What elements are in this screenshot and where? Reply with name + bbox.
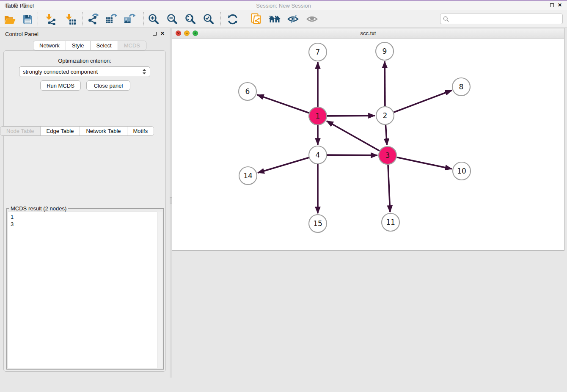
graph-edge-3-10[interactable] (397, 157, 452, 169)
optimization-criterion-label: Optimization criterion: (4, 58, 165, 64)
graph-node-3[interactable]: 3 (379, 146, 396, 164)
optimization-dropdown[interactable]: strongly connected component (19, 66, 150, 77)
svg-text:14: 14 (243, 171, 253, 180)
open-folder-icon[interactable] (3, 13, 16, 25)
graph-edge-4-14[interactable] (258, 157, 309, 173)
export-table-icon[interactable] (105, 13, 118, 25)
graph-edge-3-1[interactable] (327, 121, 380, 151)
graph-edge-4-3[interactable] (327, 155, 377, 155)
hide-details-icon[interactable] (287, 13, 300, 25)
network-view-title: scc.txt (172, 30, 564, 36)
graph-node-4[interactable]: 4 (309, 146, 327, 164)
tab-edge-table[interactable]: Edge Table (41, 127, 80, 135)
close-panel-icon[interactable]: ✕ (160, 31, 165, 36)
network-view-window: ✕ − + scc.txt 7968124314101511 (172, 28, 564, 251)
graph-node-7[interactable]: 7 (309, 43, 327, 61)
control-panel-title: Control Panel (5, 31, 39, 37)
graph-edge-1-6[interactable] (257, 95, 309, 113)
svg-text:7: 7 (316, 48, 320, 56)
toolbar-separator (246, 12, 246, 26)
tab-network-table[interactable]: Network Table (80, 127, 127, 135)
graph-node-10[interactable]: 10 (453, 162, 471, 180)
toolbar-separator (220, 12, 221, 26)
tab-style[interactable]: Style (66, 41, 91, 50)
svg-text:9: 9 (383, 47, 387, 55)
main-toolbar (0, 10, 567, 28)
graph-node-8[interactable]: 8 (452, 78, 470, 96)
table-tabs: Node Table Edge Table Network Table Moti… (0, 126, 154, 136)
svg-text:10: 10 (457, 167, 466, 175)
graph-node-9[interactable]: 9 (376, 42, 394, 60)
mcds-result-title: MCDS result (2 nodes) (9, 205, 68, 212)
search-field[interactable] (440, 14, 563, 24)
svg-text:3: 3 (385, 151, 390, 160)
dropdown-value: strongly connected component (23, 69, 98, 75)
graph-node-14[interactable]: 14 (239, 167, 257, 185)
graph-node-2[interactable]: 2 (376, 107, 394, 124)
close-panel-button[interactable]: Close panel (86, 80, 130, 91)
import-network-icon[interactable] (44, 13, 57, 25)
home-icon[interactable] (268, 13, 281, 25)
table-panel-title: Table Panel (5, 3, 34, 9)
toolbar-separator (38, 12, 38, 26)
export-image-icon[interactable] (123, 13, 136, 25)
tab-mcds[interactable]: MCDS (118, 41, 146, 50)
toolbar-separator (143, 12, 144, 26)
toolbar-separator (82, 12, 83, 26)
refresh-icon[interactable] (226, 13, 239, 25)
network-graph[interactable]: 7968124314101511 (172, 28, 564, 240)
tab-select[interactable]: Select (91, 41, 118, 50)
float-table-panel-icon[interactable] (550, 3, 554, 7)
zoom-fit-icon[interactable] (184, 13, 197, 25)
search-icon (443, 16, 449, 22)
float-panel-icon[interactable] (153, 32, 157, 36)
window-title: Session: New Session (0, 3, 567, 9)
svg-text:11: 11 (386, 218, 395, 226)
svg-text:8: 8 (459, 83, 464, 91)
import-table-icon[interactable] (64, 13, 77, 25)
copy-network-icon[interactable] (250, 13, 263, 25)
graph-edge-3-11[interactable] (388, 165, 390, 212)
svg-text:4: 4 (316, 151, 320, 159)
save-icon[interactable] (21, 13, 34, 25)
close-table-panel-icon[interactable]: ✕ (558, 3, 562, 7)
show-details-icon[interactable] (306, 13, 319, 25)
graph-edge-1-2[interactable] (327, 116, 375, 116)
search-input[interactable] (449, 16, 562, 22)
run-mcds-button[interactable]: Run MCDS (40, 80, 81, 91)
zoom-out-icon[interactable] (166, 13, 179, 25)
svg-text:15: 15 (313, 219, 322, 228)
graph-node-11[interactable]: 11 (382, 213, 399, 231)
network-window-titlebar[interactable]: ✕ − + scc.txt (172, 28, 564, 39)
dropdown-stepper-icon (142, 69, 146, 75)
mcds-result-text[interactable]: 1 3 (8, 212, 162, 368)
zoom-selected-icon[interactable] (202, 13, 215, 25)
graph-node-15[interactable]: 15 (309, 215, 327, 232)
graph-node-1[interactable]: 1 (309, 107, 327, 125)
tab-network[interactable]: Network (33, 41, 66, 50)
svg-text:1: 1 (316, 112, 320, 120)
mcds-result-scrollbar[interactable] (157, 212, 162, 368)
mcds-panel: Optimization criterion: strongly connect… (3, 50, 166, 372)
graph-node-6[interactable]: 6 (239, 83, 256, 100)
control-panel: Control Panel ✕ Network Style Select MCD… (0, 28, 170, 378)
svg-text:2: 2 (383, 111, 388, 120)
control-panel-tabs: Network Style Select MCDS (33, 41, 146, 50)
zoom-in-icon[interactable] (147, 13, 160, 25)
graph-edge-2-8[interactable] (394, 91, 452, 113)
titlebar: Session: New Session (0, 1, 567, 10)
svg-text:6: 6 (245, 87, 250, 96)
tab-motifs[interactable]: Motifs (127, 127, 154, 135)
network-canvas[interactable]: 7968124314101511 (172, 28, 564, 242)
tab-node-table[interactable]: Node Table (0, 127, 41, 135)
graph-edge-2-3[interactable] (385, 125, 387, 145)
export-network-icon[interactable] (87, 13, 99, 25)
graph-edge-2-9[interactable] (385, 61, 385, 106)
application-window: Session: New Session (0, 0, 567, 392)
mcds-result-group: MCDS result (2 nodes) 1 3 (6, 208, 164, 370)
